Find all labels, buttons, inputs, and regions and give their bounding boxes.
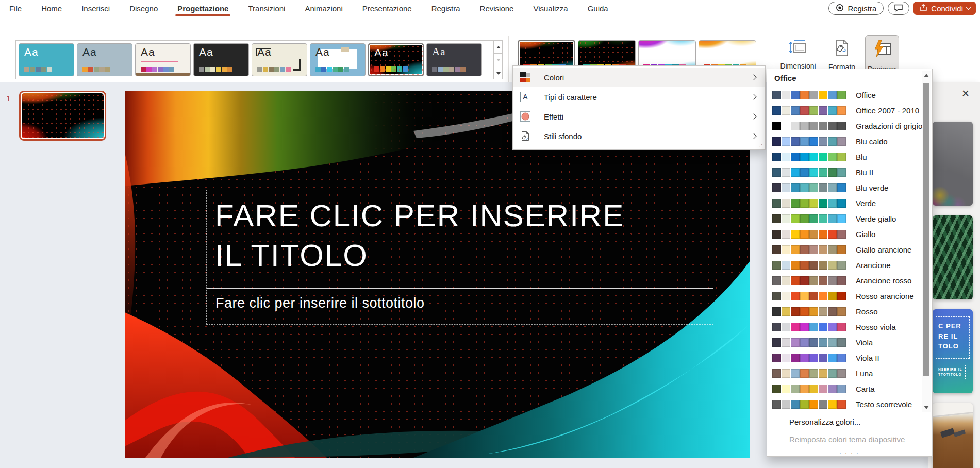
color-scheme-row[interactable]: Arancione: [767, 257, 922, 273]
submenu-scrollbar[interactable]: [922, 71, 931, 412]
color-swatch: [432, 67, 437, 72]
color-scheme-row[interactable]: Blu II: [767, 164, 922, 180]
theme-thumbnail[interactable]: Aa: [135, 43, 191, 76]
color-scheme-row[interactable]: Luna: [767, 365, 922, 381]
color-swatch: [199, 67, 204, 72]
bracket-decoration: [293, 59, 301, 71]
panel-divider[interactable]: [119, 82, 119, 468]
chevron-down-icon: [942, 90, 942, 99]
color-scheme-row[interactable]: Viola II: [767, 350, 922, 365]
tab-transizioni[interactable]: Transizioni: [247, 1, 286, 16]
share-button[interactable]: Condividi: [913, 2, 976, 15]
themes-scroll-up-button[interactable]: [494, 40, 503, 54]
menu-item-effetti[interactable]: Effetti: [513, 107, 765, 126]
color-swatch: [772, 214, 781, 223]
scheme-swatches: [772, 122, 846, 130]
color-swatch: [47, 67, 52, 72]
color-swatch: [800, 400, 809, 409]
theme-thumbnail[interactable]: Aa: [193, 43, 249, 76]
color-swatch: [800, 385, 809, 393]
scheme-name: Blu: [856, 153, 867, 161]
tab-presentazione[interactable]: Presentazione: [361, 1, 413, 16]
color-swatch: [837, 168, 846, 177]
color-scheme-row[interactable]: Blu: [767, 149, 922, 164]
color-swatch: [809, 338, 818, 347]
color-scheme-row[interactable]: Carta: [767, 381, 922, 396]
themes-more-button[interactable]: [494, 66, 503, 79]
scheme-name: Office: [856, 91, 876, 99]
menu-item-tipi-di-carattere[interactable]: ATipi di carattere: [513, 87, 765, 107]
scroll-down-icon[interactable]: [924, 406, 929, 409]
comments-button[interactable]: [888, 2, 909, 15]
color-swatch: [772, 122, 781, 130]
theme-aa-label: Aa: [374, 47, 389, 58]
color-swatch: [837, 245, 846, 254]
color-scheme-row[interactable]: Rosso arancione: [767, 288, 922, 304]
color-scheme-row[interactable]: Rosso viola: [767, 319, 922, 335]
tab-progettazione[interactable]: Progettazione: [176, 1, 229, 16]
color-scheme-row[interactable]: Verde giallo: [767, 211, 922, 226]
theme-thumbnail[interactable]: Aa: [77, 43, 132, 76]
color-swatch: [772, 230, 781, 239]
customize-colors-item[interactable]: Personalizza colori...: [789, 417, 860, 426]
designer-suggestion-thumbnail[interactable]: C PERRE ILTOLONSERIRE ILTTOTITOLO: [933, 309, 973, 393]
color-scheme-row[interactable]: Gradazioni di grigio: [767, 118, 922, 133]
color-swatch: [809, 323, 818, 331]
color-scheme-row[interactable]: Blu caldo: [767, 133, 922, 149]
designer-suggestion-thumbnail[interactable]: [933, 122, 973, 206]
title-placeholder[interactable]: FARE CLIC PER INSERIREIL TITOLO Fare cli…: [206, 190, 713, 325]
color-scheme-row[interactable]: Testo scorrevole: [767, 396, 922, 412]
color-swatch: [828, 323, 837, 331]
color-scheme-row[interactable]: Blu verde: [767, 180, 922, 195]
tab-file[interactable]: File: [8, 1, 23, 16]
color-swatch: [809, 168, 818, 177]
tab-inserisci[interactable]: Inserisci: [80, 1, 111, 16]
scheme-name: Viola II: [856, 354, 879, 362]
tab-visualizza[interactable]: Visualizza: [532, 1, 569, 16]
menu-item-colori[interactable]: Colori: [513, 68, 765, 87]
color-scheme-row[interactable]: Rosso: [767, 304, 922, 319]
theme-aa-label: Aa: [141, 46, 155, 57]
theme-thumbnail[interactable]: Aa: [252, 43, 307, 76]
tab-registra[interactable]: Registra: [430, 1, 461, 16]
scheme-swatches: [772, 183, 846, 192]
color-swatch: [828, 183, 837, 192]
slide-subtitle-text[interactable]: Fare clic per inserire il sottotitolo: [215, 295, 425, 311]
color-scheme-row[interactable]: Arancione rosso: [767, 273, 922, 288]
tab-disegno[interactable]: Disegno: [128, 1, 159, 16]
menu-item-stili-sfondo[interactable]: Stili sfondo: [513, 126, 765, 146]
color-swatch: [837, 122, 846, 130]
pane-collapse-button[interactable]: [942, 90, 942, 99]
color-scheme-row[interactable]: Verde: [767, 195, 922, 211]
designer-suggestion-thumbnail[interactable]: [933, 403, 973, 468]
color-swatch: [819, 276, 827, 285]
tab-animazioni[interactable]: Animazioni: [304, 1, 343, 16]
color-swatch: [105, 67, 110, 72]
color-swatch: [809, 369, 818, 378]
record-button[interactable]: Registra: [828, 2, 884, 15]
color-scheme-row[interactable]: Viola: [767, 335, 922, 350]
color-swatch: [205, 67, 210, 72]
theme-thumbnail[interactable]: Aa: [19, 43, 74, 76]
scheme-swatches: [772, 153, 846, 161]
tab-home[interactable]: Home: [40, 1, 63, 16]
color-scheme-row[interactable]: Office: [767, 87, 922, 103]
scrollbar-thumb[interactable]: [923, 83, 929, 376]
slide-thumbnail[interactable]: [19, 91, 106, 141]
themes-scroll-down-button[interactable]: [494, 54, 503, 66]
menu-resize-grip[interactable]: .:: [759, 143, 763, 148]
tab-guida[interactable]: Guida: [587, 1, 609, 16]
theme-thumbnail[interactable]: Aa: [368, 43, 424, 76]
tab-revisione[interactable]: Revisione: [479, 1, 515, 16]
color-scheme-row[interactable]: Giallo arancione: [767, 242, 922, 257]
color-swatch: [819, 91, 827, 99]
designer-suggestion-thumbnail[interactable]: [933, 215, 973, 299]
scroll-up-icon[interactable]: [924, 74, 929, 77]
color-swatch: [772, 323, 781, 331]
theme-thumbnail[interactable]: Aa: [310, 43, 366, 76]
theme-thumbnail[interactable]: Aa: [426, 43, 482, 76]
pane-close-button[interactable]: ✕: [961, 89, 970, 98]
submenu-resize-grip[interactable]: . . . .: [767, 449, 932, 455]
color-scheme-row[interactable]: Giallo: [767, 226, 922, 242]
color-scheme-row[interactable]: Office 2007 - 2010: [767, 103, 922, 118]
